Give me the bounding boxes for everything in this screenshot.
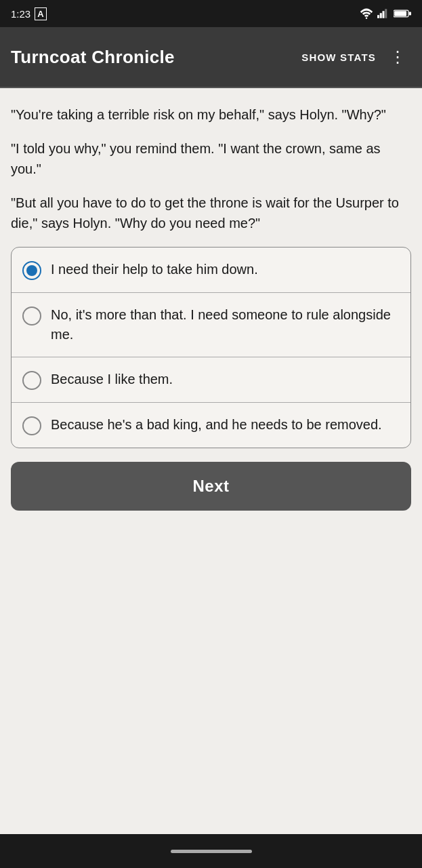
radio-button-1[interactable] — [22, 261, 41, 280]
radio-inner-1 — [26, 265, 37, 276]
radio-button-2[interactable] — [22, 307, 41, 326]
svg-rect-4 — [385, 9, 387, 18]
choice-item-3[interactable]: Because I like them. — [12, 357, 410, 403]
choice-text-1: I need their help to take him down. — [51, 260, 258, 279]
radio-button-4[interactable] — [22, 416, 41, 435]
story-paragraph-2: "I told you why," you remind them. "I wa… — [11, 138, 411, 179]
status-bar-left: 1:23 A — [11, 7, 47, 20]
app-bar-actions: SHOW STATS ⋮ — [299, 43, 411, 71]
more-options-icon[interactable]: ⋮ — [384, 43, 411, 71]
choices-container: I need their help to take him down. No, … — [11, 247, 411, 448]
keyboard-icon: A — [35, 7, 46, 20]
svg-rect-6 — [394, 11, 406, 16]
show-stats-button[interactable]: SHOW STATS — [299, 46, 379, 68]
choice-item-4[interactable]: Because he's a bad king, and he needs to… — [12, 403, 410, 448]
app-title: Turncoat Chronicle — [11, 47, 175, 68]
svg-rect-2 — [380, 13, 382, 18]
choice-item-1[interactable]: I need their help to take him down. — [12, 248, 410, 293]
choice-item-2[interactable]: No, it's more than that. I need someone … — [12, 293, 410, 357]
svg-point-0 — [366, 17, 368, 19]
choice-text-4: Because he's a bad king, and he needs to… — [51, 415, 382, 435]
battery-icon — [394, 9, 411, 18]
svg-rect-3 — [383, 11, 385, 18]
choice-text-3: Because I like them. — [51, 370, 173, 389]
home-indicator — [171, 850, 252, 853]
next-button[interactable]: Next — [11, 462, 411, 511]
main-content: "You're taking a terrible risk on my beh… — [0, 88, 422, 834]
radio-button-3[interactable] — [22, 371, 41, 390]
status-bar-right — [360, 8, 411, 19]
svg-rect-7 — [409, 12, 411, 16]
svg-rect-1 — [377, 15, 379, 18]
choice-text-2: No, it's more than that. I need someone … — [51, 305, 400, 344]
story-paragraph-1: "You're taking a terrible risk on my beh… — [11, 104, 411, 125]
bottom-nav-bar — [0, 834, 422, 868]
app-bar: Turncoat Chronicle SHOW STATS ⋮ — [0, 27, 422, 87]
wifi-icon — [360, 8, 373, 19]
status-bar: 1:23 A — [0, 0, 422, 27]
signal-icon — [377, 8, 389, 19]
time-display: 1:23 — [11, 8, 30, 20]
story-paragraph-3: "But all you have to do to get the thron… — [11, 193, 411, 233]
